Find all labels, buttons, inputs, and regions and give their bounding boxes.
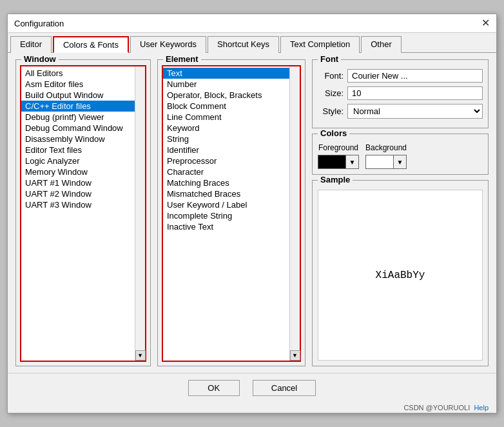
window-list-item[interactable]: Asm Editor files [21,79,135,90]
close-button[interactable]: ✕ [481,18,490,28]
element-group-label: Element [163,54,201,64]
watermark: CSDN @YOURUOLI Help [8,402,496,413]
element-listbox-wrap: TextNumberOperator, Block, BracketsBlock… [162,65,301,362]
foreground-col: Foreground ▼ [318,143,359,169]
font-size-label: Size: [318,88,344,98]
foreground-label: Foreground [318,143,358,152]
tab-strip: Editor Colors & Fonts User Keywords Shor… [8,33,496,53]
element-list-item[interactable]: Operator, Block, Brackets [163,90,289,101]
element-list-item[interactable]: Incomplete String [163,210,289,221]
colors-row: Foreground ▼ Background ▼ [318,143,483,169]
font-name-label: Font: [318,71,344,81]
window-list-item[interactable]: Editor Text files [21,144,135,155]
foreground-dropdown-btn[interactable]: ▼ [346,155,359,169]
window-group-label: Window [21,54,59,64]
window-list-item[interactable]: Debug (printf) Viewer [21,112,135,123]
tab-user-keywords[interactable]: User Keywords [130,36,206,53]
background-label: Background [365,143,407,152]
foreground-btn-row: ▼ [318,155,359,169]
window-listbox-wrap: All EditorsAsm Editor filesBuild Output … [20,65,146,362]
sample-group: Sample XiAaBbYy [312,180,489,366]
panels-row: Window All EditorsAsm Editor filesBuild … [15,59,489,366]
element-list-item[interactable]: Identifier [163,144,289,155]
window-list-item[interactable]: UART #1 Window [21,177,135,188]
background-dropdown-btn[interactable]: ▼ [394,155,407,169]
font-style-select[interactable]: Normal Bold Italic Bold Italic [347,104,483,119]
tab-other[interactable]: Other [361,36,402,53]
configuration-dialog: Configuration ✕ Editor Colors & Fonts Us… [7,14,497,413]
window-list-item[interactable]: Debug Command Window [21,123,135,134]
font-name-row: Font: Courier New ... [318,69,483,83]
element-list-item[interactable]: String [163,134,289,144]
window-list-item[interactable]: All Editors [21,68,135,79]
window-listbox[interactable]: All EditorsAsm Editor filesBuild Output … [21,66,135,361]
font-colors-panel: Font Font: Courier New ... Size: 10 Styl… [312,59,489,366]
colors-group-label: Colors [318,128,349,138]
tab-editor[interactable]: Editor [10,36,52,53]
element-list-item[interactable]: Number [163,79,289,90]
background-btn-row: ▼ [365,155,407,169]
window-list-item[interactable]: UART #2 Window [21,188,135,199]
foreground-swatch[interactable] [318,155,346,169]
font-name-value: Courier New ... [347,69,483,83]
tab-shortcut-keys[interactable]: Shortcut Keys [208,36,279,53]
element-list-item[interactable]: Matching Braces [163,177,289,188]
help-link[interactable]: Help [474,404,489,412]
font-size-row: Size: 10 [318,86,483,100]
window-list-item[interactable]: Logic Analyzer [21,155,135,166]
element-list-item[interactable]: Mismatched Braces [163,188,289,199]
element-list-item[interactable]: Text [163,68,289,79]
dialog-title: Configuration [14,19,64,28]
window-scroll-down[interactable]: ▼ [135,350,146,361]
element-list-item[interactable]: User Keyword / Label [163,199,289,210]
element-list-item[interactable]: Inactive Text [163,221,289,232]
font-style-label: Style: [318,106,344,116]
element-list-item[interactable]: Preprocessor [163,155,289,166]
tab-text-completion[interactable]: Text Completion [280,36,360,53]
tab-colors-fonts[interactable]: Colors & Fonts [53,36,129,53]
watermark-text: CSDN @YOURUOLI [403,404,470,412]
window-list-item[interactable]: Disassembly Window [21,134,135,144]
window-list-item[interactable]: Build Output Window [21,90,135,101]
title-bar: Configuration ✕ [8,14,496,33]
window-group: Window All EditorsAsm Editor filesBuild … [15,59,151,366]
window-list-item[interactable]: C/C++ Editor files [21,101,135,112]
font-style-row: Style: Normal Bold Italic Bold Italic [318,104,483,119]
background-swatch[interactable] [365,155,394,169]
element-list-item[interactable]: Line Comment [163,112,289,123]
element-listbox[interactable]: TextNumberOperator, Block, BracketsBlock… [163,66,289,361]
element-list-item[interactable]: Block Comment [163,101,289,112]
sample-group-label: Sample [318,175,353,184]
font-group: Font Font: Courier New ... Size: 10 Styl… [312,59,489,128]
element-group: Element TextNumberOperator, Block, Brack… [157,59,305,366]
font-size-value: 10 [347,86,483,100]
element-list-item[interactable]: Character [163,166,289,177]
sample-text: XiAaBbYy [376,270,425,281]
ok-button[interactable]: OK [188,380,240,396]
content-area: Window All EditorsAsm Editor filesBuild … [8,53,496,373]
window-list-item[interactable]: Memory Window [21,166,135,177]
background-col: Background ▼ [365,143,407,169]
element-scroll-down[interactable]: ▼ [290,350,300,361]
window-list-item[interactable]: UART #3 Window [21,199,135,210]
bottom-bar: OK Cancel [8,373,496,402]
window-scrollbar[interactable]: ▼ [135,66,145,361]
colors-group: Colors Foreground ▼ Background [312,134,489,175]
cancel-button[interactable]: Cancel [253,380,316,396]
element-list-item[interactable]: Keyword [163,123,289,134]
sample-box: XiAaBbYy [318,190,483,361]
font-group-label: Font [318,54,341,64]
element-scrollbar[interactable]: ▼ [289,66,300,361]
